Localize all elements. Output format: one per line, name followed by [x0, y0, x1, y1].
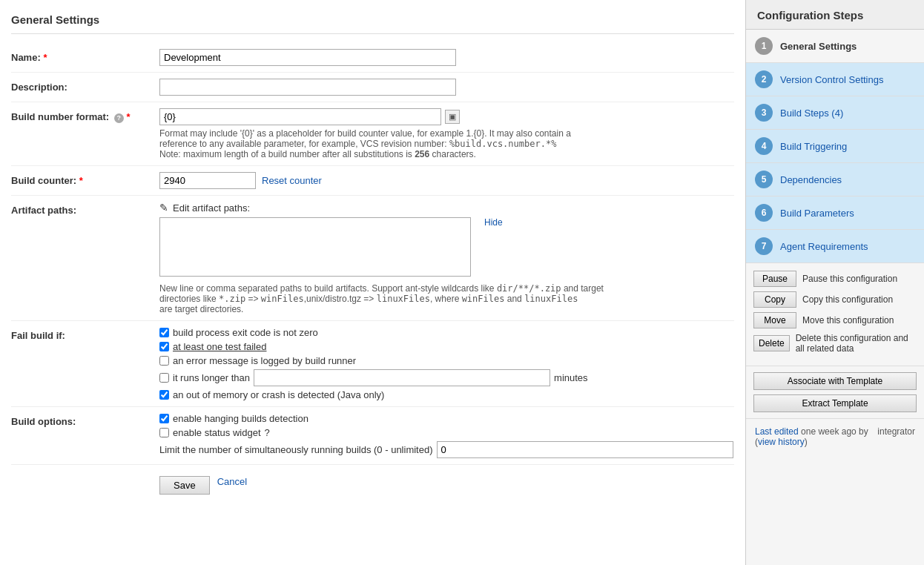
last-edited-prefix: Last edited one week ago by integrator	[755, 426, 868, 437]
artifact-paths-label: Artifact paths:	[11, 202, 159, 216]
limit-input[interactable]	[437, 441, 733, 458]
build-counter-input[interactable]	[159, 172, 256, 189]
artifact-header: ✎ Edit artifact paths:	[159, 202, 734, 214]
fail-option-3[interactable]: an error message is logged by build runn…	[159, 355, 734, 366]
right-panel: Configuration Steps 1 General Settings 2…	[746, 0, 924, 565]
delete-button[interactable]: Delete	[753, 335, 790, 351]
artifact-edit-label: Edit artifact paths:	[173, 202, 250, 214]
action-buttons: Pause Pause this configuration Copy Copy…	[746, 263, 924, 366]
build-number-input-wrap: ▣	[159, 108, 734, 125]
build-options-field-wrap: enable hanging builds detection enable s…	[159, 413, 734, 458]
build-number-help-icon[interactable]: ?	[114, 113, 124, 123]
step-number-4: 4	[755, 137, 773, 155]
step-label-7: Agent Requirements	[780, 241, 868, 252]
build-options-wrap: enable hanging builds detection enable s…	[159, 413, 734, 438]
description-row: Description:	[11, 73, 734, 102]
fail-build-row: Fail build if: build process exit code i…	[11, 321, 734, 407]
steps-list: 1 General Settings 2 Version Control Set…	[746, 30, 924, 263]
fail-checkbox-5[interactable]	[159, 390, 169, 400]
build-option-checkbox-1[interactable]	[159, 414, 169, 423]
artifact-textarea[interactable]	[159, 217, 471, 277]
artifact-edit-icon: ✎	[159, 202, 168, 214]
build-counter-wrap: Reset counter	[159, 172, 734, 189]
step-number-1: 1	[755, 37, 773, 55]
step-item-6[interactable]: 6 Build Parameters	[746, 196, 924, 230]
associate-template-button[interactable]: Associate with Template	[753, 372, 917, 390]
build-number-field-wrap: ▣ Format may include '{0}' as a placehol…	[159, 108, 734, 159]
copy-button[interactable]: Copy	[753, 291, 796, 308]
build-option-2[interactable]: enable status widget ?	[159, 427, 734, 438]
step-item-4[interactable]: 4 Build Triggering	[746, 130, 924, 163]
build-number-input[interactable]	[159, 108, 441, 125]
cancel-link[interactable]: Cancel	[217, 476, 247, 495]
build-number-required: *	[126, 111, 130, 122]
fail-build-label: Fail build if:	[11, 327, 159, 341]
move-button[interactable]: Move	[753, 312, 796, 328]
artifact-note: New line or comma separated paths to bui…	[159, 283, 734, 314]
delete-desc: Delete this configuration and all relate…	[796, 333, 917, 354]
fail-checkbox-1[interactable]	[159, 328, 169, 337]
name-input[interactable]	[159, 49, 456, 66]
reset-counter-link[interactable]: Reset counter	[262, 175, 322, 186]
build-number-help-text: Format may include '{0}' as a placeholde…	[159, 128, 734, 159]
fail-option-5[interactable]: an out of memory or crash is detected (J…	[159, 389, 734, 400]
step-item-5[interactable]: 5 Dependencies	[746, 163, 924, 196]
step-label-1: General Settings	[780, 41, 857, 52]
step-number-7: 7	[755, 237, 773, 255]
step-number-6: 6	[755, 204, 773, 222]
fail-checkbox-4[interactable]	[159, 373, 169, 383]
build-option-checkbox-2[interactable]	[159, 428, 169, 437]
artifact-textarea-wrap	[159, 217, 471, 279]
build-counter-row: Build counter: * Reset counter	[11, 166, 734, 196]
build-number-param: %build.vcs.number.*%	[449, 139, 557, 149]
description-input[interactable]	[159, 79, 456, 96]
fail-option-4[interactable]: it runs longer than minutes	[159, 369, 734, 386]
move-action-row: Move Move this configuration	[753, 312, 917, 328]
build-counter-label: Build counter: *	[11, 172, 159, 186]
step-item-7[interactable]: 7 Agent Requirements	[746, 230, 924, 263]
build-counter-field-wrap: Reset counter	[159, 172, 734, 189]
save-button[interactable]: Save	[159, 476, 210, 495]
step-label-2: Version Control Settings	[780, 74, 883, 85]
step-number-3: 3	[755, 104, 773, 122]
view-history-link[interactable]: view history	[758, 437, 805, 447]
build-number-row: Build number format: ? * ▣ Format may in…	[11, 102, 734, 166]
build-option-1[interactable]: enable hanging builds detection	[159, 413, 734, 424]
move-desc: Move this configuration	[802, 315, 894, 326]
description-field-wrap	[159, 79, 734, 96]
pause-action-row: Pause Pause this configuration	[753, 271, 917, 287]
fail-minutes-input[interactable]	[254, 369, 550, 386]
step-number-5: 5	[755, 171, 773, 188]
extract-template-button[interactable]: Extract Template	[753, 394, 917, 412]
pause-button[interactable]: Pause	[753, 271, 796, 287]
config-steps-title: Configuration Steps	[746, 0, 924, 30]
fail-build-options: build process exit code is not zero at l…	[159, 327, 734, 400]
build-option-help-icon[interactable]: ?	[265, 427, 270, 438]
last-edited: Last edited one week ago by integrator (…	[746, 419, 924, 455]
copy-desc: Copy this configuration	[802, 294, 893, 305]
name-required: *	[43, 52, 47, 63]
fail-option-1[interactable]: build process exit code is not zero	[159, 327, 734, 338]
name-row: Name: *	[11, 43, 734, 73]
limit-row: Limit the number of simultaneously runni…	[159, 441, 734, 458]
step-label-3: Build Steps (4)	[780, 108, 843, 119]
fail-checkbox-3[interactable]	[159, 356, 169, 366]
step-item-1[interactable]: 1 General Settings	[746, 30, 924, 63]
last-edited-link[interactable]: Last edited	[755, 426, 799, 437]
template-buttons: Associate with Template Extract Template	[746, 366, 924, 419]
step-item-3[interactable]: 3 Build Steps (4)	[746, 96, 924, 130]
artifact-paths-field-wrap: ✎ Edit artifact paths: Hide New line or …	[159, 202, 734, 314]
fail-option-2[interactable]: at least one test failed	[159, 341, 734, 352]
build-number-edit-btn[interactable]: ▣	[445, 110, 460, 124]
step-number-2: 2	[755, 70, 773, 88]
copy-action-row: Copy Copy this configuration	[753, 291, 917, 308]
build-options-label: Build options:	[11, 413, 159, 427]
artifact-hide-link[interactable]: Hide	[484, 217, 503, 228]
fail-checkbox-2[interactable]	[159, 342, 169, 351]
pause-desc: Pause this configuration	[802, 274, 897, 284]
last-edited-user: integrator	[877, 426, 915, 437]
build-options-row: Build options: enable hanging builds det…	[11, 407, 734, 465]
delete-action-row: Delete Delete this configuration and all…	[753, 333, 917, 354]
step-item-2[interactable]: 2 Version Control Settings	[746, 63, 924, 96]
name-label: Name: *	[11, 49, 159, 63]
